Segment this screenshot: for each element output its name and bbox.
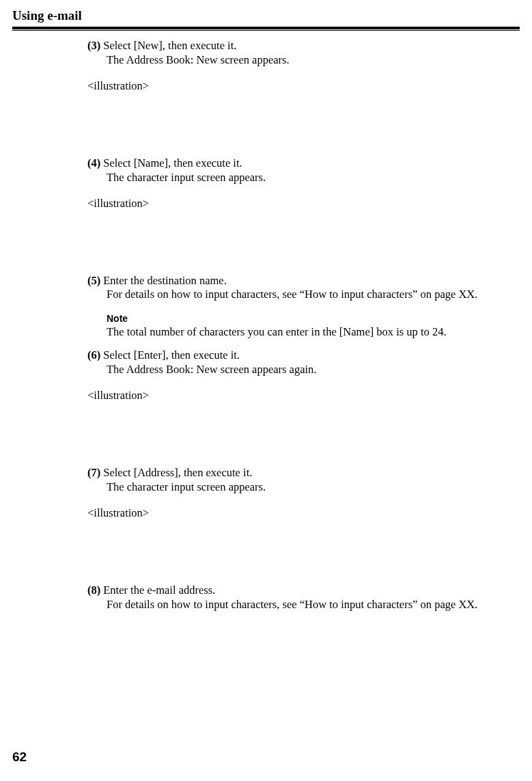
- step-4: 4 Select [Name], then execute it.: [87, 156, 517, 171]
- step-text: For details on how to input characters, …: [107, 598, 517, 612]
- step-6: 6 Select [Enter], then execute it.: [87, 348, 517, 363]
- step-number: 8: [87, 584, 100, 598]
- step-text: For details on how to input characters, …: [107, 288, 517, 302]
- page-title: Using e-mail: [12, 8, 520, 25]
- illustration-placeholder: <illustration>: [87, 506, 517, 521]
- note-label: Note: [107, 313, 517, 325]
- page-container: Using e-mail 3 Select [New], then execut…: [0, 0, 532, 612]
- step-body: Enter the destination name.: [100, 274, 517, 288]
- step-number: 3: [87, 39, 100, 53]
- step-number: 5: [87, 274, 100, 288]
- step-body: Enter the e-mail address.: [100, 584, 517, 598]
- step-number: 6: [87, 348, 100, 363]
- step-text: The character input screen appears.: [107, 171, 517, 185]
- step-number: 7: [87, 466, 100, 480]
- step-body: Select [Address], then execute it.: [100, 466, 517, 480]
- header-rule-thick: [12, 27, 520, 29]
- step-5: 5 Enter the destination name.: [87, 274, 517, 288]
- step-7: 7 Select [Address], then execute it.: [87, 466, 517, 480]
- note-text: The total number of characters you can e…: [107, 325, 517, 340]
- step-3: 3 Select [New], then execute it.: [87, 39, 517, 53]
- step-body: Select [Enter], then execute it.: [100, 348, 517, 363]
- step-text: The Address Book: New screen appears aga…: [107, 363, 517, 377]
- step-text: The Address Book: New screen appears.: [107, 53, 517, 68]
- step-body: Select [Name], then execute it.: [100, 156, 517, 171]
- content-block: 3 Select [New], then execute it. The Add…: [87, 39, 517, 612]
- step-number: 4: [87, 156, 100, 171]
- step-8: 8 Enter the e-mail address.: [87, 584, 517, 598]
- step-text: The character input screen appears.: [107, 480, 517, 495]
- step-body: Select [New], then execute it.: [100, 39, 517, 53]
- header-rule-thin: [12, 30, 520, 31]
- illustration-placeholder: <illustration>: [87, 389, 517, 403]
- illustration-placeholder: <illustration>: [87, 79, 517, 94]
- illustration-placeholder: <illustration>: [87, 197, 517, 211]
- page-number: 62: [12, 750, 27, 765]
